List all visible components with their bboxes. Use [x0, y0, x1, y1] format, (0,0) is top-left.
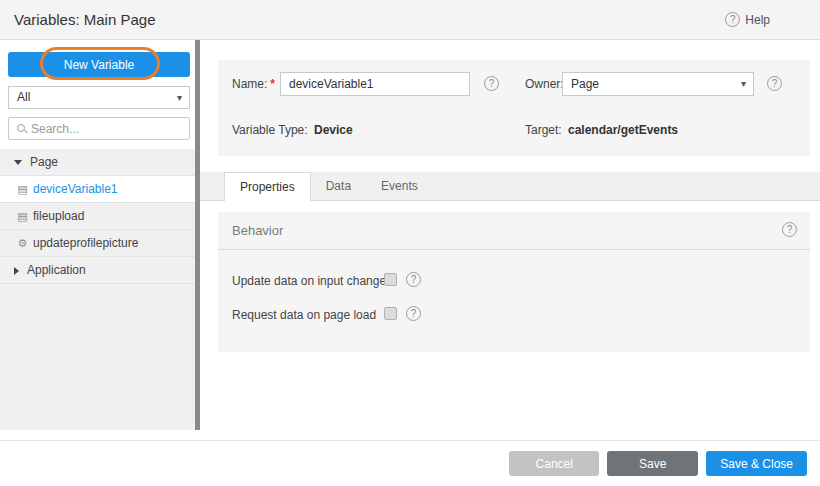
new-variable-button[interactable]: New Variable: [8, 52, 190, 77]
dialog-footer: Cancel Save Save & Close: [0, 440, 820, 486]
name-label: Name:: [232, 72, 275, 96]
page-title: Variables: Main Page: [14, 11, 155, 28]
required-asterisk: [267, 77, 275, 91]
save-button[interactable]: Save: [607, 451, 698, 476]
tree-item-label: fileupload: [33, 209, 84, 223]
chevron-down-icon: [177, 87, 182, 108]
tree-group-application[interactable]: Application: [0, 257, 195, 284]
caret-right-icon: [14, 267, 19, 275]
dialog-header: Variables: Main Page Help: [0, 0, 820, 40]
tree-item-updateprofilepicture[interactable]: updateprofilepicture: [0, 230, 195, 257]
search-box: [8, 117, 190, 140]
help-label: Help: [745, 13, 770, 27]
update-on-input-change-help-icon[interactable]: [406, 272, 421, 287]
divider: [218, 249, 810, 250]
tree-item-fileupload[interactable]: fileupload: [0, 203, 195, 230]
tab-properties[interactable]: Properties: [224, 172, 311, 201]
target-value: calendar/getEvents: [568, 122, 678, 138]
owner-select-value: Page: [571, 77, 599, 91]
owner-select[interactable]: Page: [562, 72, 754, 96]
behavior-help-icon[interactable]: [782, 222, 797, 237]
chevron-down-icon: [741, 73, 746, 95]
sidebar-scrollbar[interactable]: [195, 40, 200, 430]
variable-type-value: Device: [314, 122, 353, 138]
tree-item-label: updateprofilepicture: [33, 236, 138, 250]
variables-dialog: Variables: Main Page Help New Variable A…: [0, 0, 820, 486]
search-icon: [17, 124, 25, 132]
variable-type-label: Variable Type:: [232, 122, 308, 138]
owner-help-icon[interactable]: [767, 76, 782, 91]
variables-sidebar: New Variable All Page deviceVariable1 fi…: [0, 40, 200, 430]
help-icon: [725, 12, 740, 27]
update-on-input-change-label: Update data on input change: [232, 274, 386, 288]
request-on-page-load-checkbox[interactable]: [384, 307, 397, 320]
variable-filter-value: All: [17, 90, 30, 104]
request-on-page-load-label: Request data on page load: [232, 308, 376, 322]
name-input[interactable]: [280, 72, 470, 96]
save-and-close-button[interactable]: Save & Close: [706, 451, 807, 476]
tree-item-label: deviceVariable1: [33, 182, 118, 196]
tree-group-label: Page: [30, 155, 58, 169]
cancel-button[interactable]: Cancel: [509, 451, 599, 476]
tree-group-label: Application: [27, 263, 86, 277]
search-input[interactable]: [31, 119, 181, 138]
variables-tree: Page deviceVariable1 fileupload updatepr…: [0, 149, 195, 430]
tab-data[interactable]: Data: [311, 172, 366, 200]
request-on-page-load-help-icon[interactable]: [406, 306, 421, 321]
detail-tabs: Properties Data Events: [200, 172, 820, 201]
service-variable-icon: [16, 230, 29, 256]
update-on-input-change-checkbox[interactable]: [384, 273, 397, 286]
help-button[interactable]: Help: [725, 12, 770, 27]
target-label: Target:: [525, 122, 562, 138]
device-variable-icon: [16, 176, 29, 202]
behavior-title: Behavior: [232, 223, 283, 238]
tree-item-devicevariable1[interactable]: deviceVariable1: [0, 176, 195, 203]
device-variable-icon: [16, 203, 29, 229]
name-help-icon[interactable]: [484, 76, 499, 91]
tree-group-page[interactable]: Page: [0, 149, 195, 176]
tab-events[interactable]: Events: [366, 172, 433, 200]
caret-down-icon: [14, 160, 22, 165]
behavior-panel: Behavior Update data on input change Req…: [218, 212, 810, 352]
variable-filter-select[interactable]: All: [8, 86, 190, 109]
variable-form-panel: Name: Owner: Page Variable Type: Device …: [218, 60, 810, 156]
footer-buttons: Cancel Save Save & Close: [509, 451, 807, 476]
